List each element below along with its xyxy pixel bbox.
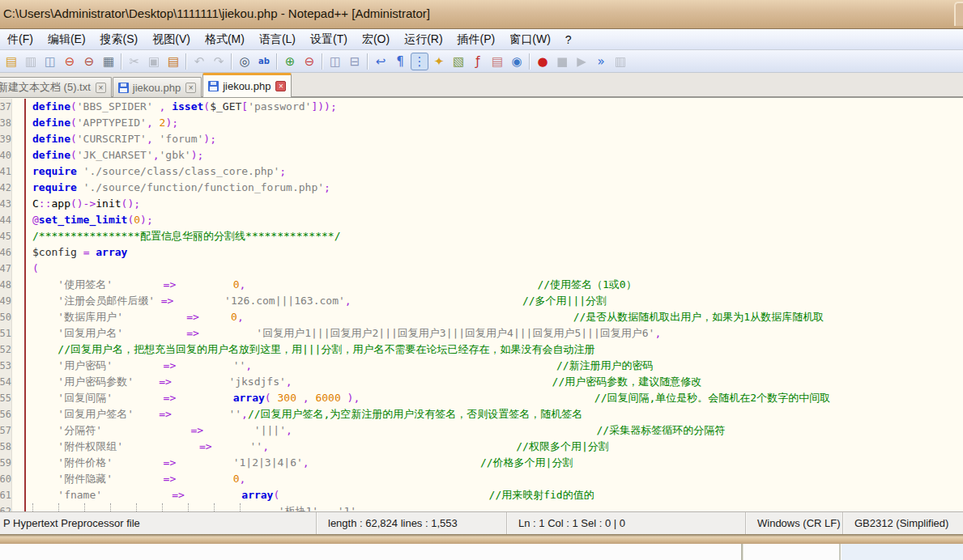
code-line-53: '用户密码' => '', //新注册用户的密码 xyxy=(32,358,963,374)
token-s: 'CURSCRIPT' xyxy=(77,133,147,145)
token-p xyxy=(266,505,279,511)
folder-as-workspace-icon[interactable]: ▤ xyxy=(488,53,506,70)
code-line-47: ( xyxy=(32,261,963,277)
token-p xyxy=(199,311,231,323)
menu-edit[interactable]: 编辑(E) xyxy=(40,32,93,47)
line-number: 57 xyxy=(0,422,11,439)
paste-icon[interactable]: ▤ xyxy=(164,53,182,70)
token-c: //价格多个用|分割 xyxy=(480,456,573,469)
menu-macro[interactable]: 宏(O) xyxy=(355,32,397,47)
line-number: 55 xyxy=(0,390,11,406)
word-wrap-icon[interactable]: ↩ xyxy=(372,53,390,70)
token-o: , xyxy=(245,359,252,371)
token-p xyxy=(32,343,58,355)
token-o: [ xyxy=(241,100,248,112)
print-icon[interactable]: ▦ xyxy=(100,53,117,70)
token-o: => xyxy=(159,375,172,388)
tab-close-icon[interactable]: × xyxy=(275,81,286,91)
token-p xyxy=(176,278,232,291)
sync-horizontal-scroll-icon[interactable]: ⊟ xyxy=(346,53,364,70)
sync-vertical-scroll-icon[interactable]: ◫ xyxy=(326,53,344,70)
token-p xyxy=(269,440,516,452)
token-o: ); xyxy=(203,133,216,145)
token-s: '1|2|3|4|6' xyxy=(233,456,303,469)
saved-file-icon xyxy=(208,81,219,91)
user-defined-dialog-icon[interactable]: ✦ xyxy=(430,53,448,70)
menu-help[interactable]: ? xyxy=(558,33,579,46)
macro-record-icon[interactable]: ● xyxy=(534,53,552,70)
show-all-characters-icon[interactable]: ¶ xyxy=(391,53,409,70)
token-s: '附件隐藏' xyxy=(58,473,113,485)
line-number: 44 xyxy=(0,212,11,228)
token-p xyxy=(102,489,172,501)
menu-format[interactable]: 格式(M) xyxy=(198,32,252,47)
editor[interactable]: 3738394041424344454647484950515253545556… xyxy=(0,97,963,511)
token-k: isset xyxy=(172,100,203,112)
token-p xyxy=(318,505,337,511)
tab-3[interactable]: jiekou.php× xyxy=(202,73,292,97)
open-file-icon[interactable]: ▤ xyxy=(2,53,20,70)
line-number: 41 xyxy=(0,163,11,180)
tab-1[interactable]: 新建文本文档 (5).txt× xyxy=(0,77,112,97)
monitoring-eye-icon[interactable]: ◉ xyxy=(508,53,526,70)
token-p xyxy=(271,392,278,404)
token-p xyxy=(77,165,83,177)
token-o: , xyxy=(286,424,292,436)
menu-plugins[interactable]: 插件(P) xyxy=(450,32,503,47)
token-s: 'JK_CHARSET' xyxy=(77,149,153,161)
menu-settings[interactable]: 设置(T) xyxy=(303,32,355,47)
toolbar-separator xyxy=(276,53,278,70)
token-o: , xyxy=(345,295,352,307)
token-p xyxy=(176,359,232,371)
menu-view[interactable]: 视图(V) xyxy=(145,32,198,47)
menu-language[interactable]: 语言(L) xyxy=(252,32,303,47)
token-o: => xyxy=(191,424,204,436)
code-line-58: '附件权限组' => '', //权限多个用|分割 xyxy=(32,439,963,455)
code-line-39: define('CURSCRIPT', 'forum'); xyxy=(32,131,963,147)
indent-guide-icon[interactable]: ⋮ xyxy=(411,53,428,70)
toolbar-separator xyxy=(231,53,232,70)
status-doc-size: length : 62,824 lines : 1,553 xyxy=(316,512,506,534)
status-doc-type: P Hypertext Preprocessor file xyxy=(0,512,316,534)
menu-window[interactable]: 窗口(W) xyxy=(502,32,558,47)
replace-icon[interactable]: ab xyxy=(255,53,273,70)
zoom-in-icon[interactable]: ⊕ xyxy=(281,53,299,70)
token-p xyxy=(176,456,232,469)
macro-run-multiple-icon[interactable]: » xyxy=(592,53,610,70)
token-k: define xyxy=(32,100,70,112)
save-all-icon[interactable]: ◫ xyxy=(41,53,59,70)
find-icon[interactable]: ◎ xyxy=(236,53,254,70)
close-all-icon[interactable]: ⊖ xyxy=(80,53,98,70)
copy-icon: ▣ xyxy=(145,53,163,70)
title-bar[interactable]: C:\Users\Administrator\Desktop\1111111\j… xyxy=(0,0,963,29)
token-p xyxy=(32,311,58,323)
tab-close-icon[interactable]: × xyxy=(185,83,196,93)
menu-search[interactable]: 搜索(S) xyxy=(93,32,146,47)
token-k: require xyxy=(32,181,77,193)
token-p xyxy=(176,473,232,485)
token-o: => xyxy=(164,359,177,371)
line-number: 40 xyxy=(0,147,11,163)
tab-2[interactable]: jiekou.php× xyxy=(113,77,202,97)
token-p xyxy=(113,278,164,291)
tab-close-icon[interactable]: × xyxy=(96,83,106,93)
close-icon[interactable]: ⊖ xyxy=(61,53,79,70)
token-o: ); xyxy=(191,149,204,161)
code-area[interactable]: define('BBS_SPIDER' , isset($_GET['passw… xyxy=(32,99,963,511)
token-p: init xyxy=(96,197,121,210)
token-c: //权限多个用|分割 xyxy=(516,440,608,452)
token-p xyxy=(155,295,161,307)
token-k: array xyxy=(233,392,265,404)
token-o: => xyxy=(199,440,212,452)
menu-file[interactable]: 件(F) xyxy=(0,32,40,47)
menu-run[interactable]: 运行(R) xyxy=(397,32,450,47)
document-map-icon[interactable]: ▧ xyxy=(450,53,467,70)
indent-guide xyxy=(84,503,110,511)
token-p xyxy=(244,311,573,323)
token-o: ])); xyxy=(311,100,336,112)
function-list-icon[interactable]: ƒ xyxy=(469,53,487,70)
zoom-out-icon[interactable]: ⊖ xyxy=(300,53,318,70)
token-p xyxy=(134,408,159,420)
token-o: ( xyxy=(70,149,77,161)
background-window-corner xyxy=(954,2,963,26)
